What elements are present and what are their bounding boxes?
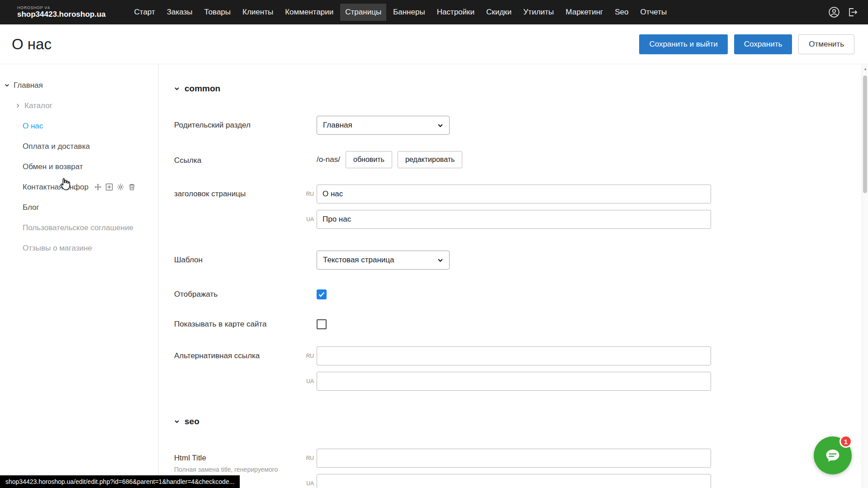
sidebar-item-label: Блог: [23, 203, 39, 212]
section-common-label: common: [185, 84, 220, 94]
sidebar-item-label: Пользовательское соглашение: [23, 223, 133, 232]
menu-item-comments[interactable]: Комментарии: [280, 4, 338, 21]
cancel-button[interactable]: Отменить: [798, 34, 854, 54]
menu-item-settings[interactable]: Настройки: [432, 4, 479, 21]
menu-item-reports[interactable]: Отчеты: [635, 4, 672, 21]
menu-item-seo[interactable]: Seo: [610, 4, 633, 21]
scrollbar-up-arrow[interactable]: ▲: [863, 67, 867, 71]
template-row: Шаблон Текстовая страница: [174, 251, 868, 270]
menu-item-clients[interactable]: Клиенты: [237, 4, 278, 21]
chevron-right-icon[interactable]: [15, 103, 20, 108]
sidebar-item-glavnaya[interactable]: Главная: [0, 75, 158, 95]
sidebar-item-label: Контактная инфор: [23, 183, 89, 192]
alt-link-ua-input[interactable]: [317, 372, 711, 391]
html-title-ua-input[interactable]: [317, 474, 711, 488]
header-actions: Сохранить и выйти Сохранить Отменить: [639, 34, 854, 54]
template-select[interactable]: Текстовая страница: [317, 251, 450, 270]
sidebar-item-label: О нас: [23, 122, 43, 131]
sidebar-item-obmen-i-vozvrat[interactable]: Обмен и возврат: [0, 156, 158, 177]
sidebar-item-polzovatelskoe-soglashenie[interactable]: Пользовательское соглашение: [0, 218, 158, 238]
lang-badge-ua: UA: [302, 378, 314, 384]
menu-item-orders[interactable]: Заказы: [162, 4, 198, 21]
template-value: Текстовая страница: [323, 256, 394, 265]
chevron-down-icon: [174, 86, 180, 91]
sitemap-checkbox[interactable]: [317, 319, 327, 329]
link-label: Ссылка: [174, 151, 317, 168]
scrollbar-thumb[interactable]: [863, 76, 867, 193]
sidebar-item-label: Каталог: [24, 101, 52, 110]
chat-unread-badge: 1: [840, 435, 852, 448]
user-account-icon[interactable]: [828, 6, 840, 18]
logout-icon[interactable]: [847, 7, 858, 18]
sidebar-item-kontaktnaya-infor[interactable]: Контактная инфор: [0, 177, 158, 197]
pages-tree-sidebar: Главная Каталог О нас Оплата и доставка …: [0, 64, 159, 488]
sitemap-row: Показывать в карте сайта: [174, 319, 868, 329]
display-row: Отображать: [174, 289, 868, 299]
menu-item-marketing[interactable]: Маркетинг: [561, 4, 608, 21]
menu-item-discounts[interactable]: Скидки: [481, 4, 517, 21]
page-header: О нас Сохранить и выйти Сохранить Отмени…: [0, 24, 868, 64]
link-row: Ссылка /o-nas/ обновить редактировать: [174, 151, 868, 168]
page-title: О нас: [12, 36, 52, 53]
page-title-ru-input[interactable]: [317, 185, 711, 204]
html-title-ru-input[interactable]: [317, 449, 711, 468]
lang-badge-ua: UA: [302, 216, 314, 223]
menu-item-products[interactable]: Товары: [199, 4, 236, 21]
save-button[interactable]: Сохранить: [734, 34, 792, 54]
link-refresh-button[interactable]: обновить: [346, 151, 392, 168]
display-checkbox[interactable]: [317, 289, 327, 299]
sidebar-item-label: Обмен и возврат: [23, 162, 83, 171]
menu-item-pages[interactable]: Страницы: [340, 4, 386, 21]
horoshop-admin-screen: HOROSHOP V4 shop34423.horoshop.ua Старт …: [0, 0, 868, 488]
chevron-down-icon: [174, 419, 180, 424]
page-title-row: заголовок страницы RU UA: [174, 185, 868, 229]
chevron-down-icon: [437, 257, 443, 263]
tree-item-actions: [94, 183, 136, 191]
parent-section-value: Главная: [323, 121, 352, 130]
lang-badge-ua: UA: [302, 480, 314, 487]
menu-item-utilities[interactable]: Утилиты: [518, 4, 559, 21]
chevron-down-icon: [437, 123, 443, 128]
sidebar-item-label: Отзывы о магазине: [23, 244, 92, 253]
add-page-icon[interactable]: [105, 183, 113, 191]
page-title-label: заголовок страницы: [174, 185, 317, 229]
parent-section-label: Родительский раздел: [174, 116, 317, 135]
brand-logo[interactable]: HOROSHOP V4 shop34423.horoshop.ua: [17, 6, 106, 19]
page-edit-form: common Родительский раздел Главная Ссылк…: [159, 64, 868, 488]
chevron-down-icon[interactable]: [5, 83, 9, 88]
link-path-value: /o-nas/: [317, 155, 340, 164]
sidebar-item-o-nas[interactable]: О нас: [0, 116, 158, 136]
chat-launcher-button[interactable]: 1: [814, 436, 852, 474]
sitemap-label: Показывать в карте сайта: [174, 319, 317, 329]
html-title-row: Html Title Полная замена title, генериру…: [174, 449, 868, 488]
template-label: Шаблон: [174, 251, 317, 270]
section-common-header[interactable]: common: [174, 83, 868, 94]
lang-badge-ru: RU: [302, 353, 314, 359]
chat-bubble-icon: [823, 446, 842, 465]
check-icon: [318, 292, 325, 297]
drag-move-icon[interactable]: [94, 183, 102, 191]
section-seo-label: seo: [185, 417, 199, 426]
sidebar-item-oplata-i-dostavka[interactable]: Оплата и доставка: [0, 136, 158, 156]
sidebar-item-otzyvy-o-magazine[interactable]: Отзывы о магазине: [0, 238, 158, 258]
page-title-ua-input[interactable]: [317, 210, 711, 229]
sidebar-item-blog[interactable]: Блог: [0, 197, 158, 218]
link-edit-button[interactable]: редактировать: [398, 151, 462, 168]
top-navbar: HOROSHOP V4 shop34423.horoshop.ua Старт …: [0, 0, 868, 24]
save-and-exit-button[interactable]: Сохранить и выйти: [639, 34, 727, 54]
settings-gear-icon[interactable]: [117, 183, 124, 191]
link-preview-statusbar: shop34423.horoshop.ua/edit/edit.php?id=6…: [0, 475, 240, 488]
menu-item-banners[interactable]: Баннеры: [388, 4, 430, 21]
delete-trash-icon[interactable]: [128, 183, 136, 191]
html-title-hint: Полная замена title, генерируемого: [174, 466, 292, 473]
lang-badge-ru: RU: [302, 455, 314, 461]
menu-item-start[interactable]: Старт: [129, 4, 160, 21]
alt-link-ru-input[interactable]: [317, 346, 711, 365]
section-seo-header[interactable]: seo: [174, 416, 868, 427]
alt-link-label: Альтернативная ссылка: [174, 346, 317, 391]
vertical-scrollbar[interactable]: ▲: [862, 65, 868, 488]
sidebar-item-katalog[interactable]: Каталог: [0, 95, 158, 116]
topbar-right: [828, 6, 858, 18]
alt-link-row: Альтернативная ссылка RU UA: [174, 346, 868, 391]
parent-section-select[interactable]: Главная: [317, 116, 450, 135]
